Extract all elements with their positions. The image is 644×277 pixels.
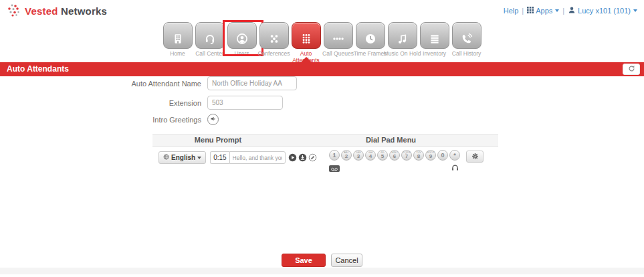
footer-strip	[0, 268, 644, 274]
phone-icon	[453, 33, 481, 45]
refresh-icon	[628, 64, 635, 74]
dial-key-3[interactable]: DEF3	[353, 150, 364, 161]
menu-prompt-controls: English 0:15	[158, 151, 317, 164]
key-star-assignment-badge	[449, 164, 460, 173]
dial-key-8[interactable]: TUV8	[413, 150, 424, 161]
nav-button-users[interactable]	[227, 22, 257, 49]
intro-greetings-label: Intro Greetings	[0, 116, 207, 124]
auto-attendant-name-input[interactable]	[207, 76, 297, 90]
record-icon[interactable]	[308, 153, 317, 162]
dial-key-9[interactable]: WXYZ9	[425, 150, 436, 161]
nav-item-time-frames: Time Frames	[356, 22, 385, 64]
dots-icon	[260, 33, 288, 45]
apps-link[interactable]: Apps	[527, 7, 559, 15]
chevron-down-icon	[197, 157, 201, 159]
dialpad-settings-button[interactable]	[466, 151, 484, 163]
form-row-intro-greetings: Intro Greetings	[0, 114, 219, 125]
dial-key-6[interactable]: MNO6	[389, 150, 400, 161]
page-banner: Auto Attendants	[0, 62, 644, 76]
music-note-icon	[389, 33, 417, 45]
separator: |	[562, 7, 564, 15]
nav-button-music-on-hold[interactable]	[388, 22, 417, 49]
key-1-assignment-badge	[329, 165, 340, 172]
headset-icon	[196, 33, 224, 45]
dial-key-digit: 8	[417, 154, 420, 159]
brand-logo: Vested Networks	[7, 3, 107, 18]
save-button[interactable]: Save	[282, 254, 326, 267]
nav-button-time-frames[interactable]	[356, 22, 385, 49]
form-actions: Save Cancel	[0, 254, 644, 267]
building-icon	[164, 33, 192, 45]
cancel-button[interactable]: Cancel	[331, 254, 362, 267]
extension-input[interactable]	[207, 96, 283, 110]
nav-button-call-queues[interactable]	[324, 22, 353, 49]
user-menu[interactable]: Lucy x101 (101)	[568, 6, 637, 15]
dial-key-digit: 4	[369, 154, 372, 159]
header-links: Help | Apps |	[504, 6, 637, 15]
nav-button-home[interactable]	[163, 22, 193, 49]
voicemail-icon	[330, 163, 338, 175]
globe-icon	[163, 154, 169, 161]
speaker-icon	[209, 114, 217, 124]
dots-cluster-icon	[7, 3, 21, 18]
nav-item-users: Users	[227, 22, 257, 64]
nav-button-call-center[interactable]	[195, 22, 225, 49]
form-row-extension: Extension	[0, 96, 283, 110]
dial-key-5[interactable]: JKL5	[377, 150, 388, 161]
nav-item-music-on-hold: Music On Hold	[388, 22, 417, 64]
dial-pad-menu: 1ABC2DEF3GHI4JKL5MNO6PQRS7TUV8WXYZ90*	[329, 150, 460, 161]
extension-label: Extension	[0, 99, 207, 107]
dial-key-digit: 3	[357, 154, 360, 159]
ellipsis-icon	[324, 33, 352, 45]
dial-key-star[interactable]: *	[449, 150, 460, 161]
dial-key-digit: 9	[429, 154, 432, 159]
chevron-down-icon	[555, 9, 559, 12]
dial-pad-menu-header: Dial Pad Menu	[284, 134, 498, 146]
clock-icon	[356, 33, 385, 45]
dial-key-digit: 6	[393, 154, 396, 159]
menu-prompt-table: Menu Prompt Dial Pad Menu English 0:1	[152, 134, 498, 188]
active-tab-caret	[301, 57, 312, 62]
nav-button-inventory[interactable]	[420, 22, 449, 49]
user-circle-icon	[228, 33, 256, 45]
nav-item-inventory: Inventory	[420, 22, 449, 64]
prompt-row: English 0:15	[152, 147, 498, 188]
nav-button-conferences[interactable]	[259, 22, 289, 49]
help-link[interactable]: Help	[504, 7, 519, 15]
intro-greetings-button[interactable]	[207, 114, 219, 125]
dial-key-4[interactable]: GHI4	[365, 150, 376, 161]
menu-prompt-header: Menu Prompt	[152, 134, 284, 146]
nav-item-call-queues: Call Queues	[324, 22, 353, 64]
language-label: English	[171, 154, 195, 161]
dialpad-icon	[292, 33, 320, 45]
list-icon	[421, 33, 449, 45]
brand-name: Vested Networks	[25, 5, 107, 17]
dial-key-digit: 2	[345, 154, 348, 159]
prompt-duration: 0:15	[210, 151, 229, 164]
nav-button-call-history[interactable]	[452, 22, 481, 49]
download-icon[interactable]	[298, 153, 307, 162]
dial-key-1[interactable]: 1	[329, 150, 340, 161]
refresh-button[interactable]	[623, 64, 640, 75]
chevron-down-icon	[633, 9, 637, 12]
form-row-name: Auto Attendant Name	[0, 76, 297, 90]
nav-label-call-history: Call History	[448, 51, 486, 58]
dial-key-2[interactable]: ABC2	[341, 150, 352, 161]
play-icon[interactable]	[288, 153, 297, 162]
separator: |	[522, 7, 524, 15]
user-menu-label: Lucy x101 (101)	[578, 7, 631, 15]
nav-item-call-center: Call Center	[195, 22, 225, 64]
headset-icon	[451, 163, 459, 175]
nav-item-conferences: Conferences	[259, 22, 289, 64]
language-dropdown[interactable]: English	[158, 151, 206, 164]
nav-item-call-history: Call History	[452, 22, 481, 64]
table-header: Menu Prompt Dial Pad Menu	[152, 134, 498, 147]
apps-link-label: Apps	[536, 7, 552, 15]
prompt-text-input[interactable]	[229, 151, 286, 164]
nav-button-auto-attendants[interactable]	[292, 22, 321, 49]
dial-key-7[interactable]: PQRS7	[401, 150, 412, 161]
main-nav: HomeCall CenterUsersConferencesAuto Atte…	[0, 22, 644, 64]
top-bar: Vested Networks Help | Apps |	[0, 0, 644, 20]
dial-key-0[interactable]: 0	[437, 150, 448, 161]
brand-primary-text: Vested	[25, 5, 58, 17]
